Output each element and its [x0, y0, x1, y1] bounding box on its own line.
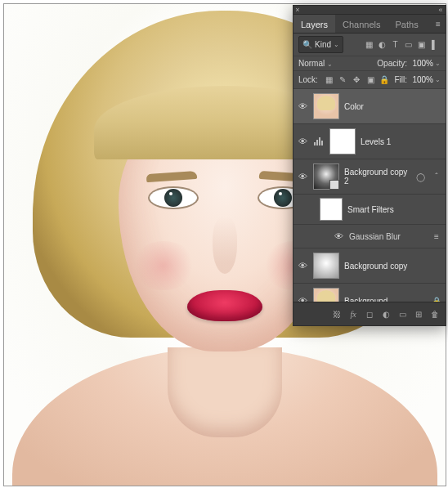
layers-panel: × « Layers Channels Paths ≡ 🔍 Kind ⌄ ▦ ◐…: [293, 5, 446, 326]
fill-label: Fill:: [394, 75, 407, 84]
layer-name: Background: [344, 297, 426, 302]
layer-style-icon[interactable]: fx: [347, 310, 359, 319]
lock-label: Lock:: [298, 75, 318, 84]
opacity-label: Opacity:: [377, 59, 407, 68]
chevron-down-icon: ⌄: [334, 41, 339, 48]
delete-layer-icon[interactable]: 🗑: [429, 310, 441, 319]
tab-paths[interactable]: Paths: [388, 15, 426, 33]
portrait-neck: [168, 347, 282, 437]
panel-titlebar: × «: [293, 6, 446, 15]
visibility-icon[interactable]: 👁: [297, 296, 308, 302]
filter-options-icon[interactable]: ≡: [431, 232, 442, 241]
tab-channels[interactable]: Channels: [335, 15, 388, 33]
lock-icon: 🔒: [431, 297, 442, 302]
portrait-cheek: [131, 241, 196, 290]
fill-value: 100%: [410, 75, 433, 84]
new-adjustment-icon[interactable]: ◐: [380, 310, 392, 319]
layer-thumbnail[interactable]: [313, 288, 339, 302]
portrait-nose: [213, 217, 237, 274]
blend-mode-dropdown[interactable]: Normal ⌄: [298, 59, 362, 68]
collapse-panel-icon[interactable]: «: [434, 6, 446, 14]
layer-row[interactable]: 👁 Background 🔒: [293, 284, 446, 302]
chevron-down-icon: ⌄: [435, 76, 441, 83]
visibility-icon[interactable]: 👁: [297, 172, 308, 181]
layer-name: Background copy: [344, 262, 442, 271]
lock-all-icon[interactable]: 🔒: [379, 74, 391, 86]
chevron-down-icon: ⌄: [327, 60, 333, 68]
layer-thumbnail[interactable]: [313, 93, 339, 119]
effects-expand-icon[interactable]: ◯: [414, 172, 426, 181]
filter-name: Gaussian Blur: [349, 232, 401, 241]
layer-name: Background copy 2: [344, 168, 410, 186]
layer-row[interactable]: 👁 Background copy: [293, 248, 446, 284]
layers-footer: ⛓ fx ◻ ◐ ▭ ⊞ 🗑: [293, 302, 446, 325]
svg-rect-0: [314, 142, 316, 146]
portrait-eye: [150, 188, 197, 208]
filter-smart-icon[interactable]: ▣: [415, 38, 428, 51]
portrait-lips: [187, 290, 262, 321]
opacity-value: 100%: [410, 59, 433, 68]
levels-adjustment-icon: [313, 136, 325, 147]
svg-rect-2: [319, 137, 320, 146]
smart-filters-label: Smart Filters: [347, 205, 442, 214]
visibility-icon[interactable]: 👁: [333, 231, 344, 241]
opacity-field[interactable]: 100% ⌄: [410, 59, 441, 68]
smart-filters-row[interactable]: Smart Filters: [293, 195, 446, 225]
layer-row[interactable]: 👁 Background copy 2 ◯ ˆ: [293, 159, 446, 195]
new-layer-icon[interactable]: ⊞: [413, 310, 424, 319]
chevron-up-icon[interactable]: ˆ: [431, 172, 442, 181]
filter-type-label: Kind: [315, 40, 331, 49]
blend-row: Normal ⌄ Opacity: 100% ⌄: [293, 56, 446, 71]
add-mask-icon[interactable]: ◻: [364, 310, 375, 319]
layer-name: Levels 1: [361, 137, 442, 146]
panel-menu-icon[interactable]: ≡: [431, 20, 446, 29]
lock-row: Lock: ▦ ✎ ✥ ▣ 🔒 Fill: 100% ⌄: [293, 71, 446, 89]
lock-pixels-icon[interactable]: ✎: [337, 74, 349, 86]
blend-mode-value: Normal: [298, 59, 325, 68]
visibility-icon[interactable]: 👁: [297, 101, 308, 111]
link-layers-icon[interactable]: ⛓: [331, 310, 343, 319]
new-group-icon[interactable]: ▭: [396, 310, 408, 319]
layer-name: Color: [344, 102, 442, 111]
filter-toggle-icon[interactable]: ▌: [428, 38, 441, 51]
lock-transparency-icon[interactable]: ▦: [323, 74, 335, 86]
layer-row[interactable]: 👁 Levels 1: [293, 124, 446, 159]
filter-type-icon[interactable]: T: [389, 38, 401, 51]
svg-rect-1: [316, 140, 318, 146]
chevron-down-icon: ⌄: [435, 60, 441, 67]
layer-row[interactable]: 👁 Color: [293, 89, 446, 124]
filter-shape-icon[interactable]: ▭: [402, 38, 414, 51]
filter-adjustment-icon[interactable]: ◐: [376, 38, 388, 51]
close-panel-icon[interactable]: ×: [293, 6, 302, 14]
layer-thumbnail[interactable]: [313, 253, 339, 279]
lock-artboard-icon[interactable]: ▣: [365, 74, 377, 86]
fill-field[interactable]: 100% ⌄: [410, 75, 441, 84]
lock-position-icon[interactable]: ✥: [351, 74, 363, 86]
layers-list: 👁 Color 👁 Levels 1 👁 Background copy 2 ◯…: [293, 89, 446, 302]
search-icon: 🔍: [302, 40, 312, 49]
filter-mask-thumbnail[interactable]: [320, 198, 343, 221]
tab-layers[interactable]: Layers: [293, 15, 335, 33]
visibility-icon[interactable]: 👁: [297, 137, 308, 146]
panel-tabs: Layers Channels Paths ≡: [293, 15, 446, 34]
layer-mask-thumbnail[interactable]: [329, 128, 356, 154]
layer-filter-row: 🔍 Kind ⌄ ▦ ◐ T ▭ ▣ ▌: [293, 34, 446, 56]
filter-type-dropdown[interactable]: 🔍 Kind ⌄: [298, 36, 343, 53]
svg-rect-3: [321, 141, 323, 146]
smart-filter-item[interactable]: 👁 Gaussian Blur ≡: [293, 225, 446, 248]
filter-pixel-icon[interactable]: ▦: [363, 38, 375, 51]
visibility-icon[interactable]: 👁: [297, 261, 308, 271]
layer-thumbnail[interactable]: [313, 163, 339, 190]
